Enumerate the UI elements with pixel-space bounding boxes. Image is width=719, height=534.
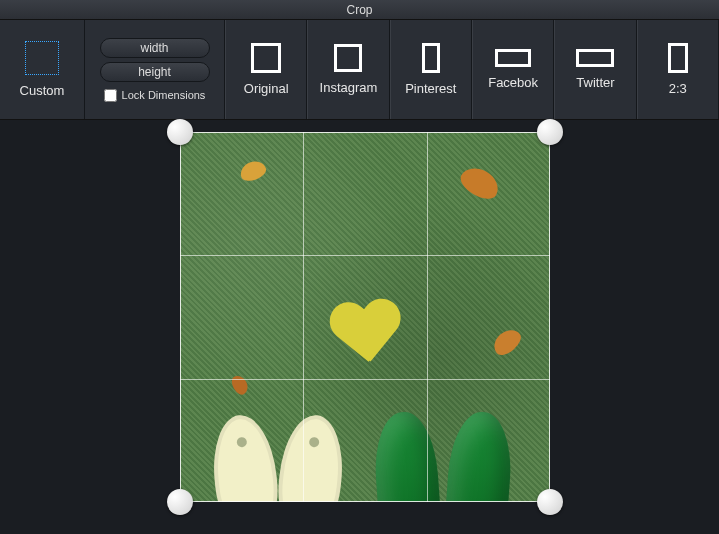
lock-dimensions-row[interactable]: Lock Dimensions — [104, 89, 206, 102]
preset-2-3-label: 2:3 — [669, 81, 687, 96]
crop-toolbar: Custom width height Lock Dimensions Orig… — [0, 20, 719, 120]
preset-original-label: Original — [244, 81, 289, 96]
preset-custom[interactable]: Custom — [0, 20, 85, 119]
preset-2-3[interactable]: 2:3 — [637, 20, 719, 119]
preset-instagram-label: Instagram — [320, 80, 378, 95]
custom-controls: width height Lock Dimensions — [85, 20, 225, 119]
preset-instagram[interactable]: Instagram — [307, 20, 389, 119]
crop-handle-top-left[interactable] — [167, 119, 193, 145]
lock-dimensions-label: Lock Dimensions — [122, 89, 206, 101]
twitter-ratio-icon — [576, 49, 614, 67]
instagram-ratio-icon — [334, 44, 362, 72]
pinterest-ratio-icon — [422, 43, 440, 73]
two-three-ratio-icon — [668, 43, 688, 73]
preset-twitter[interactable]: Twitter — [554, 20, 636, 119]
width-field[interactable]: width — [100, 38, 210, 58]
preset-original[interactable]: Original — [225, 20, 307, 119]
lock-dimensions-checkbox[interactable] — [104, 89, 117, 102]
preset-custom-label: Custom — [20, 83, 65, 98]
facebook-ratio-icon — [495, 49, 531, 67]
crop-handle-bottom-right[interactable] — [537, 489, 563, 515]
preset-facebok-label: Facebok — [488, 75, 538, 90]
crop-handle-top-right[interactable] — [537, 119, 563, 145]
preset-pinterest[interactable]: Pinterest — [390, 20, 472, 119]
preset-pinterest-label: Pinterest — [405, 81, 456, 96]
preset-twitter-label: Twitter — [576, 75, 614, 90]
image-preview — [180, 132, 550, 502]
preset-facebok[interactable]: Facebok — [472, 20, 554, 119]
original-ratio-icon — [251, 43, 281, 73]
custom-crop-icon — [25, 41, 59, 75]
height-field[interactable]: height — [100, 62, 210, 82]
window-title: Crop — [0, 0, 719, 20]
canvas-area — [0, 120, 719, 534]
crop-box[interactable] — [180, 132, 550, 502]
crop-handle-bottom-left[interactable] — [167, 489, 193, 515]
